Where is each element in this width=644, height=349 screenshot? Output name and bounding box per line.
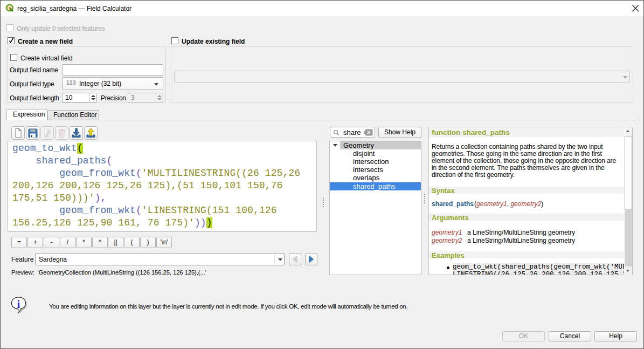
svg-text:i: i <box>17 298 20 311</box>
